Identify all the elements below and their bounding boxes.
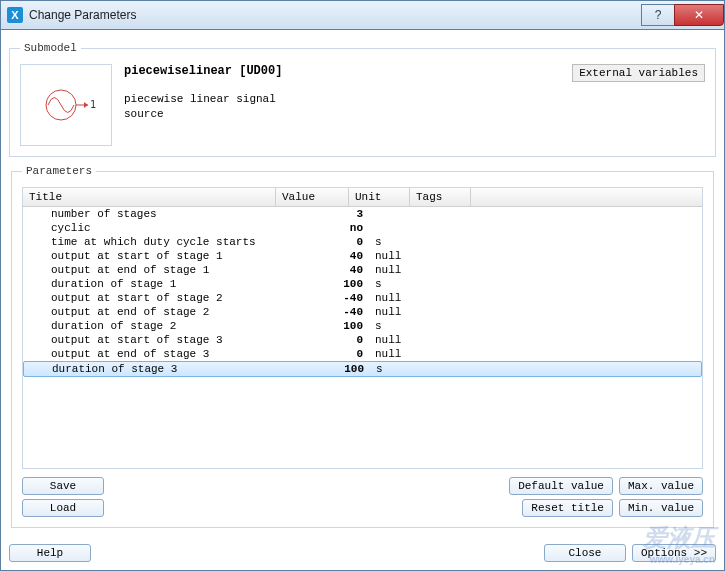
table-row[interactable]: output at end of stage 2-40null [23, 305, 702, 319]
cell-title: duration of stage 1 [23, 278, 297, 290]
table-row[interactable]: output at start of stage 30null [23, 333, 702, 347]
external-variables-button[interactable]: External variables [572, 64, 705, 82]
cell-title: output at end of stage 2 [23, 306, 297, 318]
cell-value[interactable]: 100 [298, 363, 370, 375]
table-row[interactable]: cyclicno [23, 221, 702, 235]
table-row[interactable]: duration of stage 2100s [23, 319, 702, 333]
cell-value[interactable]: -40 [297, 306, 369, 318]
submodel-icon: 1 [20, 64, 112, 146]
submodel-legend: Submodel [20, 42, 81, 54]
cell-value[interactable]: -40 [297, 292, 369, 304]
cell-value[interactable]: 100 [297, 320, 369, 332]
close-button[interactable]: Close [544, 544, 626, 562]
table-row[interactable]: output at start of stage 2-40null [23, 291, 702, 305]
cell-title: output at end of stage 3 [23, 348, 297, 360]
close-button-titlebar[interactable]: ✕ [674, 4, 724, 26]
svg-text:1: 1 [90, 99, 96, 110]
app-icon: X [7, 7, 23, 23]
cell-unit: null [369, 292, 429, 304]
cell-unit: null [369, 348, 429, 360]
col-unit[interactable]: Unit [349, 188, 410, 206]
submodel-name: piecewiselinear [UD00] [124, 64, 560, 78]
cell-tags [429, 306, 489, 318]
save-button[interactable]: Save [22, 477, 104, 495]
load-button[interactable]: Load [22, 499, 104, 517]
table-row[interactable]: number of stages3 [23, 207, 702, 221]
cell-tags [429, 348, 489, 360]
col-tags[interactable]: Tags [410, 188, 471, 206]
parameters-group: Parameters Title Value Unit Tags number … [11, 165, 714, 528]
cell-value[interactable]: no [297, 222, 369, 234]
cell-title: output at end of stage 1 [23, 264, 297, 276]
parameters-legend: Parameters [22, 165, 96, 177]
titlebar: X Change Parameters ? ✕ [1, 1, 724, 30]
cell-value[interactable]: 100 [297, 278, 369, 290]
cell-tags [429, 278, 489, 290]
cell-value[interactable]: 0 [297, 334, 369, 346]
cell-unit: s [369, 320, 429, 332]
cell-unit: null [369, 334, 429, 346]
cell-unit: null [369, 250, 429, 262]
min-value-button[interactable]: Min. value [619, 499, 703, 517]
cell-value[interactable]: 40 [297, 264, 369, 276]
col-value[interactable]: Value [276, 188, 349, 206]
cell-value[interactable]: 3 [297, 208, 369, 220]
col-title[interactable]: Title [23, 188, 276, 206]
cell-title: output at start of stage 3 [23, 334, 297, 346]
cell-title: cyclic [23, 222, 297, 234]
cell-unit: null [369, 306, 429, 318]
cell-tags [429, 208, 489, 220]
cell-title: duration of stage 2 [23, 320, 297, 332]
cell-value[interactable]: 40 [297, 250, 369, 262]
cell-title: output at start of stage 2 [23, 292, 297, 304]
table-body: number of stages3cyclicnotime at which d… [23, 207, 702, 377]
default-value-button[interactable]: Default value [509, 477, 613, 495]
cell-title: duration of stage 3 [24, 363, 298, 375]
cell-unit [369, 208, 429, 220]
cell-unit: s [369, 278, 429, 290]
table-row[interactable]: time at which duty cycle starts0s [23, 235, 702, 249]
cell-title: output at start of stage 1 [23, 250, 297, 262]
cell-tags [429, 264, 489, 276]
window-title: Change Parameters [29, 8, 136, 22]
svg-marker-2 [84, 102, 88, 108]
table-row[interactable]: duration of stage 1100s [23, 277, 702, 291]
cell-tags [430, 363, 490, 375]
table-header: Title Value Unit Tags [23, 188, 702, 207]
table-row[interactable]: output at start of stage 140null [23, 249, 702, 263]
dialog-window: X Change Parameters ? ✕ Submodel 1 [0, 0, 725, 571]
signal-icon: 1 [36, 80, 96, 130]
help-button[interactable]: Help [9, 544, 91, 562]
cell-value[interactable]: 0 [297, 348, 369, 360]
cell-title: time at which duty cycle starts [23, 236, 297, 248]
submodel-desc-line: piecewise linear signal [124, 92, 560, 107]
cell-unit: s [370, 363, 430, 375]
col-rest [471, 188, 702, 206]
cell-tags [429, 236, 489, 248]
cell-tags [429, 320, 489, 332]
submodel-desc-line: source [124, 107, 560, 122]
cell-unit [369, 222, 429, 234]
submodel-group: Submodel 1 piecewiselinear [UD00] piecew… [9, 42, 716, 157]
help-button-titlebar[interactable]: ? [641, 4, 675, 26]
reset-title-button[interactable]: Reset title [522, 499, 613, 517]
cell-tags [429, 250, 489, 262]
cell-value[interactable]: 0 [297, 236, 369, 248]
cell-tags [429, 292, 489, 304]
cell-unit: s [369, 236, 429, 248]
parameters-table: Title Value Unit Tags number of stages3c… [22, 187, 703, 469]
cell-tags [429, 334, 489, 346]
cell-unit: null [369, 264, 429, 276]
options-button[interactable]: Options >> [632, 544, 716, 562]
table-row[interactable]: output at end of stage 30null [23, 347, 702, 361]
table-row[interactable]: duration of stage 3100s [23, 361, 702, 377]
max-value-button[interactable]: Max. value [619, 477, 703, 495]
cell-title: number of stages [23, 208, 297, 220]
cell-tags [429, 222, 489, 234]
table-row[interactable]: output at end of stage 140null [23, 263, 702, 277]
